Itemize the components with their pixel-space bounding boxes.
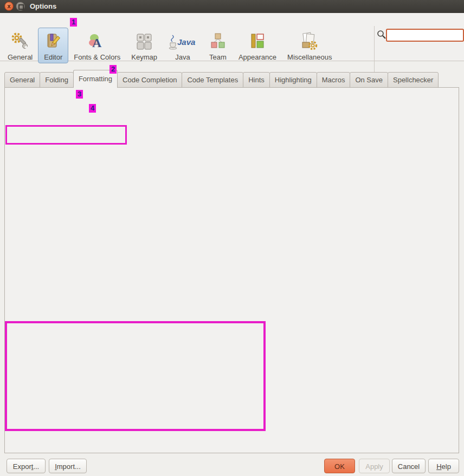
- toolbar-item-java[interactable]: Java Java: [163, 28, 203, 63]
- tab-folding[interactable]: Folding: [40, 72, 74, 88]
- tab-spellchecker[interactable]: Spellchecker: [388, 72, 439, 88]
- cancel-button[interactable]: Cancel: [392, 459, 426, 473]
- toolbar-item-label: Fonts & Colors: [74, 53, 120, 61]
- toolbar-item-miscellaneous[interactable]: Miscellaneous: [282, 28, 337, 63]
- toolbar-item-label: Editor: [44, 53, 62, 61]
- tab-highlighting[interactable]: Highlighting: [269, 72, 317, 88]
- search-input[interactable]: [386, 29, 464, 42]
- svg-text:A: A: [92, 36, 102, 50]
- maximize-icon[interactable]: [16, 2, 25, 11]
- java-logo-icon: Java: [168, 31, 197, 53]
- toolbar-item-appearance[interactable]: Appearance: [233, 28, 282, 63]
- toolbar-item-label: Keymap: [131, 53, 157, 61]
- tab-hints[interactable]: Hints: [243, 72, 270, 88]
- toolbar-item-label: Team: [209, 53, 227, 61]
- fonts-colors-icon: A: [87, 31, 107, 53]
- toolbar-items: General Editor: [2, 28, 337, 63]
- export-button[interactable]: Export...: [7, 459, 46, 473]
- team-cubes-icon: [208, 31, 228, 53]
- annotation-highlight-box-1: [5, 125, 127, 145]
- tab-code-templates[interactable]: Code Templates: [182, 72, 243, 88]
- toolbar-item-editor[interactable]: Editor: [38, 28, 68, 63]
- annotation-badge-4: 4: [89, 104, 96, 113]
- annotation-highlight-box-2: [5, 321, 266, 431]
- ok-button[interactable]: OK: [324, 459, 355, 473]
- annotation-badge-2: 2: [109, 65, 117, 74]
- toolbar-item-fonts-colors[interactable]: A Fonts & Colors: [68, 28, 126, 63]
- category-tabs: General Folding Formatting Code Completi…: [4, 70, 438, 88]
- editor-book-pencil-icon: [43, 31, 63, 53]
- toolbar-item-general[interactable]: General: [2, 28, 38, 63]
- import-button[interactable]: Import...: [49, 459, 87, 473]
- search-icon: [377, 30, 386, 41]
- annotation-badge-1: 1: [70, 18, 77, 27]
- tab-general[interactable]: General: [4, 72, 40, 88]
- svg-text:Java: Java: [177, 37, 195, 47]
- tab-code-completion[interactable]: Code Completion: [117, 72, 182, 88]
- annotation-badge-3: 3: [76, 90, 83, 99]
- tab-on-save[interactable]: On Save: [350, 72, 388, 88]
- toolbar-item-label: Miscellaneous: [287, 53, 332, 61]
- toolbar-separator: [374, 26, 375, 74]
- window-title: Options: [30, 2, 56, 10]
- general-gears-icon: [10, 31, 30, 53]
- close-icon[interactable]: x: [4, 2, 14, 11]
- toolbar-item-label: Java: [175, 53, 190, 61]
- tab-macros[interactable]: Macros: [317, 72, 351, 88]
- toolbar-item-label: General: [8, 53, 33, 61]
- help-button[interactable]: Help: [428, 459, 459, 473]
- titlebar: x Options: [0, 0, 464, 14]
- toolbar-item-team[interactable]: Team: [203, 28, 233, 63]
- toolbar-item-keymap[interactable]: Keymap: [126, 28, 163, 63]
- appearance-layout-icon: [248, 31, 267, 53]
- keymap-keyboard-icon: [134, 31, 154, 53]
- apply-button[interactable]: Apply: [359, 459, 390, 473]
- miscellaneous-files-gear-icon: [300, 31, 319, 53]
- toolbar-item-label: Appearance: [239, 53, 276, 61]
